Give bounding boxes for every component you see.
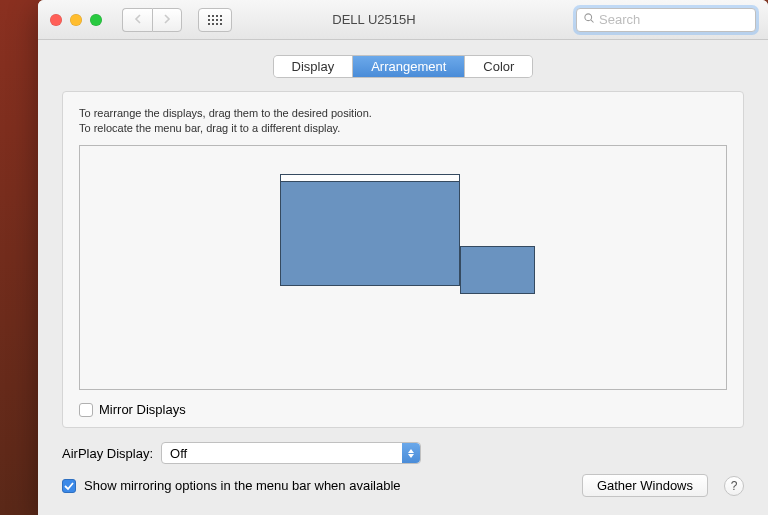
tab-color[interactable]: Color [465,56,532,77]
minimize-window-button[interactable] [70,14,82,26]
search-icon [583,12,595,27]
tab-bar: Display Arrangement Color [62,56,744,77]
airplay-label: AirPlay Display: [62,446,153,461]
traffic-lights [50,14,102,26]
display-secondary[interactable] [460,246,535,294]
gather-windows-button[interactable]: Gather Windows [582,474,708,497]
search-field[interactable] [576,8,756,32]
svg-point-0 [585,14,592,21]
tab-arrangement[interactable]: Arrangement [353,56,465,77]
search-input[interactable] [599,12,749,27]
display-arrangement-area[interactable] [79,145,727,390]
mirror-displays-checkbox[interactable] [79,403,93,417]
stepper-icon [402,443,420,463]
bottom-controls: AirPlay Display: Off Show mirroring opti… [62,442,744,497]
instruction-text: To rearrange the displays, drag them to … [79,106,727,137]
mirror-displays-row: Mirror Displays [79,400,727,417]
nav-buttons [122,8,182,32]
chevron-left-icon [134,13,142,27]
svg-line-1 [591,20,594,23]
content-area: Display Arrangement Color To rearrange t… [38,40,768,515]
airplay-select[interactable]: Off [161,442,421,464]
menu-bar-handle[interactable] [281,175,459,182]
close-window-button[interactable] [50,14,62,26]
show-mirroring-label: Show mirroring options in the menu bar w… [84,478,401,493]
window-title: DELL U2515H [180,12,568,27]
forward-button[interactable] [152,8,182,32]
titlebar: DELL U2515H [38,0,768,40]
instruction-line2: To relocate the menu bar, drag it to a d… [79,121,727,136]
mirror-displays-label: Mirror Displays [99,402,186,417]
tab-display[interactable]: Display [274,56,354,77]
show-mirroring-checkbox[interactable] [62,479,76,493]
zoom-window-button[interactable] [90,14,102,26]
back-button[interactable] [122,8,152,32]
preferences-window: DELL U2515H Display Arrangement Color To… [38,0,768,515]
arrangement-panel: To rearrange the displays, drag them to … [62,91,744,428]
help-button[interactable]: ? [724,476,744,496]
instruction-line1: To rearrange the displays, drag them to … [79,106,727,121]
display-primary[interactable] [280,174,460,286]
chevron-right-icon [163,13,171,27]
airplay-value: Off [170,446,187,461]
